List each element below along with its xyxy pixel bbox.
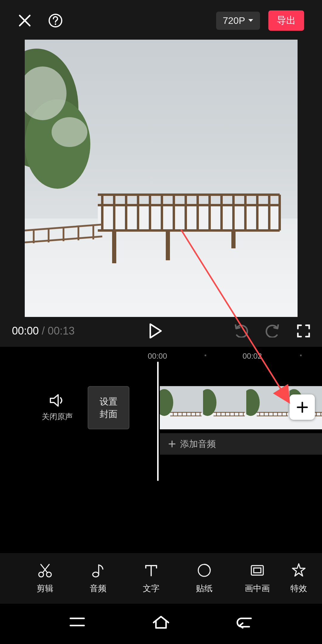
top-bar: 720P 导出 — [0, 0, 322, 38]
pip-icon — [250, 563, 265, 578]
music-note-icon — [90, 563, 106, 578]
nav-recent-button[interactable] — [69, 616, 86, 628]
topbar-left — [18, 13, 63, 28]
help-button[interactable] — [48, 13, 63, 28]
tool-cut[interactable]: 剪辑 — [18, 563, 72, 594]
undo-icon — [233, 324, 249, 338]
video-preview[interactable] — [25, 40, 298, 317]
clip-thumbnail — [203, 386, 246, 429]
chevron-down-icon — [248, 19, 253, 22]
playhead[interactable] — [157, 362, 159, 481]
plus-small-icon — [168, 440, 176, 448]
tool-label: 特效 — [290, 583, 307, 594]
svg-point-1 — [55, 24, 56, 25]
topbar-right: 720P 导出 — [216, 10, 304, 31]
scissors-icon — [37, 563, 53, 578]
mute-original-button[interactable]: 关闭原声 — [42, 394, 73, 422]
clip-thumbnail — [160, 386, 203, 429]
current-time: 00:00 — [12, 325, 39, 337]
close-icon — [18, 14, 32, 27]
cover-label-line2: 封面 — [100, 408, 117, 420]
timeline-left-panel: 关闭原声 设置 封面 — [0, 386, 157, 429]
svg-rect-25 — [251, 566, 263, 575]
play-button[interactable] — [149, 323, 162, 338]
add-clip-button[interactable] — [290, 394, 315, 420]
speaker-icon — [49, 394, 65, 407]
fullscreen-icon — [297, 324, 310, 338]
ruler-dot — [300, 354, 302, 356]
add-audio-label: 添加音频 — [180, 438, 216, 450]
tool-label: 文字 — [143, 583, 160, 594]
play-icon — [149, 323, 162, 338]
menu-icon — [69, 616, 86, 628]
plus-icon — [296, 401, 308, 413]
tool-fx[interactable]: 特效 — [284, 563, 314, 594]
time-display: 00:00 / 00:13 — [12, 325, 75, 337]
tool-label: 音频 — [90, 583, 106, 594]
playback-controls: 00:00 / 00:13 — [0, 317, 322, 347]
svg-rect-3 — [25, 219, 298, 317]
undo-button[interactable] — [233, 324, 249, 338]
timeline[interactable]: 关闭原声 设置 封面 添加音频 — [0, 362, 322, 481]
star-icon — [291, 563, 306, 578]
timeline-ruler[interactable]: 00:00 00:02 — [0, 350, 322, 362]
resolution-label: 720P — [223, 15, 245, 26]
tool-label: 贴纸 — [196, 583, 213, 594]
text-icon — [143, 563, 159, 578]
system-nav-bar — [0, 605, 322, 644]
clip-thumbnail — [246, 386, 290, 429]
preview-image — [25, 40, 298, 317]
resolution-button[interactable]: 720P — [216, 12, 260, 30]
time-separator: / — [42, 325, 45, 337]
mute-label: 关闭原声 — [42, 411, 73, 422]
nav-back-button[interactable] — [236, 615, 253, 628]
add-audio-button[interactable]: 添加音频 — [160, 433, 322, 455]
controls-right — [233, 324, 310, 338]
redo-button[interactable] — [265, 324, 281, 338]
ruler-tick-1: 00:02 — [242, 352, 262, 361]
help-icon — [48, 13, 63, 28]
export-label: 导出 — [277, 15, 296, 26]
tool-label: 画中画 — [245, 583, 270, 594]
total-time: 00:13 — [48, 325, 75, 337]
nav-home-button[interactable] — [152, 615, 170, 629]
ruler-dot — [205, 354, 206, 356]
export-button[interactable]: 导出 — [268, 10, 304, 31]
ruler-tick-0: 00:00 — [148, 352, 167, 361]
tool-sticker[interactable]: 贴纸 — [178, 563, 231, 594]
cover-label-line1: 设置 — [100, 395, 117, 408]
svg-point-23 — [93, 572, 99, 577]
svg-rect-26 — [254, 568, 261, 573]
back-icon — [236, 615, 253, 628]
sticker-icon — [196, 563, 212, 578]
tool-label: 剪辑 — [37, 583, 53, 594]
tool-text[interactable]: 文字 — [125, 563, 178, 594]
home-icon — [152, 615, 170, 629]
tool-pip[interactable]: 画中画 — [231, 563, 284, 594]
fullscreen-button[interactable] — [297, 324, 310, 338]
preview-area — [0, 38, 322, 317]
set-cover-button[interactable]: 设置 封面 — [88, 386, 129, 429]
redo-icon — [265, 324, 281, 338]
close-button[interactable] — [18, 14, 32, 27]
svg-point-7 — [52, 117, 87, 147]
tool-audio[interactable]: 音频 — [72, 563, 125, 594]
bottom-toolbar: 剪辑 音频 文字 贴纸 画中画 特效 — [0, 553, 322, 604]
